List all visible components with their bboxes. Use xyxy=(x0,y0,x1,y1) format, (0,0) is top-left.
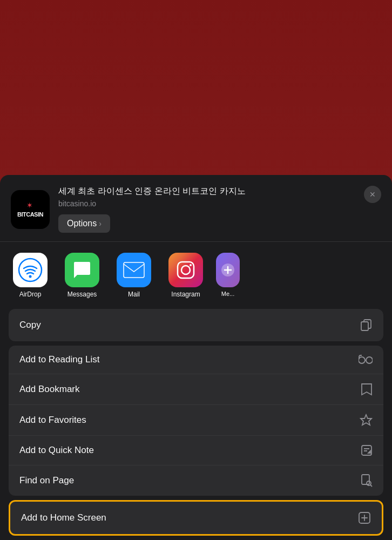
quick-note-item[interactable]: Add to Quick Note xyxy=(9,436,383,465)
copy-label: Copy xyxy=(19,320,41,330)
find-on-page-label: Find on Page xyxy=(19,475,74,486)
svg-marker-11 xyxy=(361,415,371,425)
mail-icon xyxy=(117,253,151,287)
share-app-instagram[interactable]: Instagram xyxy=(164,253,207,298)
reading-list-label: Add to Reading List xyxy=(19,354,99,365)
star-icon xyxy=(360,414,373,427)
svg-point-4 xyxy=(181,266,190,274)
note-icon xyxy=(361,444,373,456)
add-to-home-screen-label: Add to Home Screen xyxy=(21,512,106,523)
copy-icon xyxy=(360,319,373,332)
airdrop-icon xyxy=(13,253,48,287)
options-button[interactable]: Options › xyxy=(58,214,110,233)
svg-point-1 xyxy=(29,275,32,278)
more-label: Me... xyxy=(221,291,234,297)
share-app-mail[interactable]: Mail xyxy=(112,253,156,298)
messages-icon xyxy=(65,253,99,287)
favorites-item[interactable]: Add to Favorites xyxy=(9,405,383,436)
svg-rect-3 xyxy=(178,262,194,278)
share-app-more[interactable]: Me... xyxy=(216,253,240,298)
glasses-icon xyxy=(359,355,373,364)
copy-section: Copy xyxy=(9,309,383,341)
share-apps-row: AirDrop Messages Mail xyxy=(0,242,392,309)
svg-point-10 xyxy=(366,357,373,363)
menu-group-main: Add to Reading List Add Bookmark Add to … xyxy=(9,346,383,496)
svg-rect-2 xyxy=(124,262,144,278)
svg-rect-12 xyxy=(362,446,371,455)
svg-rect-8 xyxy=(361,322,368,330)
messages-label: Messages xyxy=(67,291,97,298)
mail-label: Mail xyxy=(128,291,140,298)
share-sheet: ✶ BITCASIN 세계 최초 라이센스 인증 온라인 비트코인 카지노 bi… xyxy=(0,175,392,540)
share-app-messages[interactable]: Messages xyxy=(60,253,104,298)
share-header: ✶ BITCASIN 세계 최초 라이센스 인증 온라인 비트코인 카지노 bi… xyxy=(0,175,392,242)
close-button[interactable]: ✕ xyxy=(364,186,381,203)
add-square-icon xyxy=(358,511,371,524)
bookmark-item[interactable]: Add Bookmark xyxy=(9,374,383,405)
add-to-home-screen-item[interactable]: Add to Home Screen xyxy=(9,500,383,536)
app-icon-label: BITCASIN xyxy=(17,211,43,218)
favorites-label: Add to Favorites xyxy=(19,415,86,426)
bitcasino-icon: ✶ BITCASIN xyxy=(11,190,50,229)
svg-rect-13 xyxy=(362,475,369,484)
svg-point-5 xyxy=(190,264,192,266)
page-url: bitcasino.io xyxy=(58,199,381,208)
airdrop-label: AirDrop xyxy=(19,291,42,298)
page-title: 세계 최초 라이센스 인증 온라인 비트코인 카지노 xyxy=(58,186,381,197)
chevron-right-icon: › xyxy=(99,219,102,228)
header-info: 세계 최초 라이센스 인증 온라인 비트코인 카지노 bitcasino.io … xyxy=(58,186,381,233)
svg-point-14 xyxy=(367,481,371,485)
copy-menu-item[interactable]: Copy xyxy=(9,309,383,341)
find-on-page-item[interactable]: Find on Page xyxy=(9,465,383,496)
book-icon xyxy=(361,383,373,396)
bookmark-label: Add Bookmark xyxy=(19,384,80,395)
close-icon: ✕ xyxy=(369,190,376,199)
search-doc-icon xyxy=(361,474,373,487)
reading-list-item[interactable]: Add to Reading List xyxy=(9,346,383,374)
instagram-label: Instagram xyxy=(171,291,200,298)
share-app-airdrop[interactable]: AirDrop xyxy=(9,253,52,298)
instagram-icon xyxy=(168,253,203,287)
more-icon xyxy=(216,253,240,287)
quick-note-label: Add to Quick Note xyxy=(19,445,94,456)
